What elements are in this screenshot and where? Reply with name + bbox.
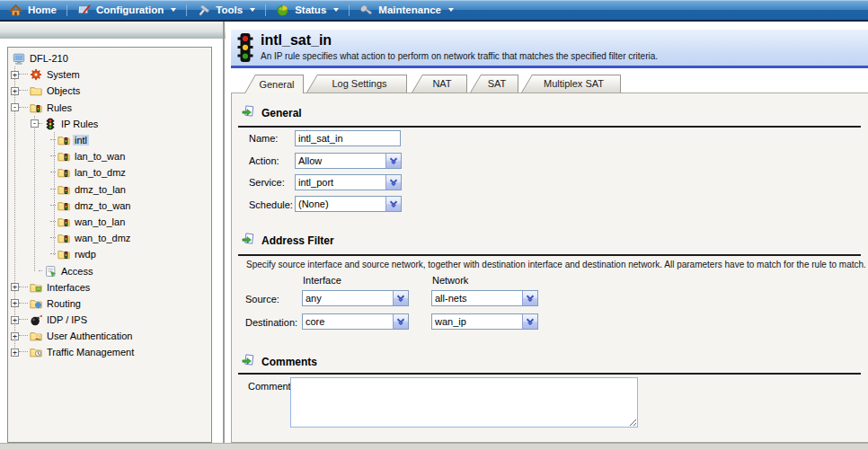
comments-textarea[interactable] [290, 377, 638, 428]
collapse-icon[interactable]: - [31, 119, 39, 128]
expand-icon[interactable]: + [11, 332, 19, 340]
source-network-select[interactable]: all-nets [431, 290, 538, 306]
expand-icon[interactable]: + [11, 283, 19, 291]
dropdown-button[interactable] [522, 291, 537, 305]
dropdown-button[interactable] [522, 314, 537, 329]
nav-tools[interactable]: Tools [187, 0, 265, 20]
dropdown-button[interactable] [393, 314, 408, 329]
top-navbar: Home Configuration Tools Status Maintena… [0, 0, 868, 22]
tree-connector [39, 123, 42, 125]
tree-item-rules[interactable]: - Rules [8, 100, 211, 116]
chevron-down-icon [396, 318, 405, 325]
expand-icon[interactable]: + [11, 299, 19, 307]
panel-divider [223, 22, 225, 443]
bomb-icon [30, 313, 42, 326]
folder-interface-icon [30, 281, 42, 294]
tree-connector [50, 189, 56, 190]
tree-item-interfaces[interactable]: + Interfaces [8, 279, 211, 296]
nav-configuration-label: Configuration [96, 4, 164, 15]
destination-label: Destination: [245, 317, 297, 328]
tree-item-dmz-to-wan[interactable]: dmz_to_wan [8, 198, 211, 214]
action-select[interactable]: Allow [295, 153, 402, 169]
address-filter-description: Specify source interface and source netw… [246, 260, 866, 269]
tree-item-rwdp[interactable]: rwdp [8, 246, 211, 262]
tree-item-wan-to-dmz[interactable]: wan_to_dmz [8, 230, 211, 246]
tree-item-dmz-to-lan[interactable]: dmz_to_lan [8, 181, 211, 198]
note-icon [44, 265, 57, 278]
schedule-select[interactable]: (None) [295, 196, 402, 212]
tree-connector [19, 351, 28, 353]
maintenance-icon [359, 4, 373, 17]
nav-status-label: Status [295, 4, 326, 15]
interface-column-header: Interface [303, 275, 341, 286]
tree-item-objects[interactable]: + Objects [8, 83, 211, 99]
dropdown-button[interactable] [393, 291, 408, 305]
page-title: intl_sat_in [261, 32, 332, 49]
expand-icon[interactable]: + [11, 349, 19, 357]
tree-item-routing[interactable]: + Routing [8, 296, 211, 312]
action-label: Action: [249, 155, 279, 166]
configuration-icon [77, 4, 91, 17]
service-select[interactable]: intl_port [295, 174, 402, 190]
nav-separator [186, 4, 187, 16]
chevron-down-icon [389, 179, 398, 186]
app-window: Home Configuration Tools Status Maintena… [0, 0, 868, 450]
tree-item-dfl-210[interactable]: DFL-210 [8, 50, 211, 66]
chevron-down-icon [389, 200, 398, 207]
expand-icon[interactable]: + [11, 87, 19, 95]
tree-connector [19, 107, 28, 109]
sidebar-header-strip [0, 22, 226, 39]
expand-icon[interactable]: + [11, 71, 19, 79]
expand-icon[interactable]: + [11, 316, 19, 324]
folder-traffic-icon [58, 134, 70, 146]
tree-item-access[interactable]: Access [8, 262, 211, 278]
status-icon [276, 4, 289, 17]
source-label: Source: [245, 294, 279, 304]
dropdown-button[interactable] [385, 154, 401, 168]
destination-network-select[interactable]: wan_ip [431, 313, 538, 330]
name-label: Name: [249, 133, 278, 144]
source-interface-select[interactable]: any [302, 290, 409, 306]
tab-multiplex-sat[interactable]: Multiplex SAT [521, 75, 621, 93]
tab-general[interactable]: General [244, 75, 304, 93]
folder-traffic-icon [58, 150, 70, 163]
comments-section-title: Comments [261, 356, 317, 368]
tree-item-wan-to-lan[interactable]: wan_to_lan [8, 214, 211, 230]
tree-item-idp-ips[interactable]: + IDP / IPS [8, 312, 211, 328]
dropdown-button[interactable] [385, 175, 401, 190]
nav-separator [349, 4, 350, 16]
tree-item-intl[interactable]: intl [8, 132, 211, 148]
tree-item-user-authentication[interactable]: + User Authentication [8, 328, 211, 344]
tree-connector [19, 90, 28, 92]
dropdown-button[interactable] [385, 197, 401, 211]
traffic-light-icon [236, 32, 254, 63]
folder-globe-icon [30, 297, 42, 310]
tree-item-ip-rules[interactable]: - IP Rules [8, 116, 211, 132]
nav-configuration[interactable]: Configuration [67, 0, 186, 20]
tab-sat[interactable]: SAT [470, 75, 518, 93]
tree-item-lan-to-wan[interactable]: lan_to_wan [8, 148, 211, 164]
nav-maintenance[interactable]: Maintenance [350, 0, 464, 20]
tree-item-lan-to-dmz[interactable]: lan_to_dmz [8, 164, 211, 181]
collapse-icon[interactable]: - [11, 103, 19, 111]
nav-home[interactable]: Home [7, 0, 66, 20]
folder-traffic-icon [58, 183, 70, 196]
chevron-down-icon [389, 157, 398, 164]
tree-item-traffic-management[interactable]: + Traffic Management [8, 344, 211, 360]
tab-log-settings[interactable]: Log Settings [306, 75, 407, 93]
section-icon [242, 232, 255, 245]
tree-connector [50, 139, 56, 141]
tab-nat[interactable]: NAT [412, 75, 467, 93]
traffic-light-icon [44, 118, 57, 130]
folder-clock-icon [30, 346, 42, 358]
tree-item-system[interactable]: + System [8, 66, 211, 83]
tree-connector [50, 221, 56, 223]
caret-down-icon [250, 8, 255, 12]
folder-traffic-icon [58, 232, 70, 244]
name-input[interactable] [295, 130, 401, 146]
destination-interface-select[interactable]: core [302, 313, 409, 330]
tree-connector [19, 335, 28, 337]
folder-traffic-icon [58, 248, 70, 260]
nav-status[interactable]: Status [266, 0, 349, 20]
section-icon [242, 353, 255, 366]
